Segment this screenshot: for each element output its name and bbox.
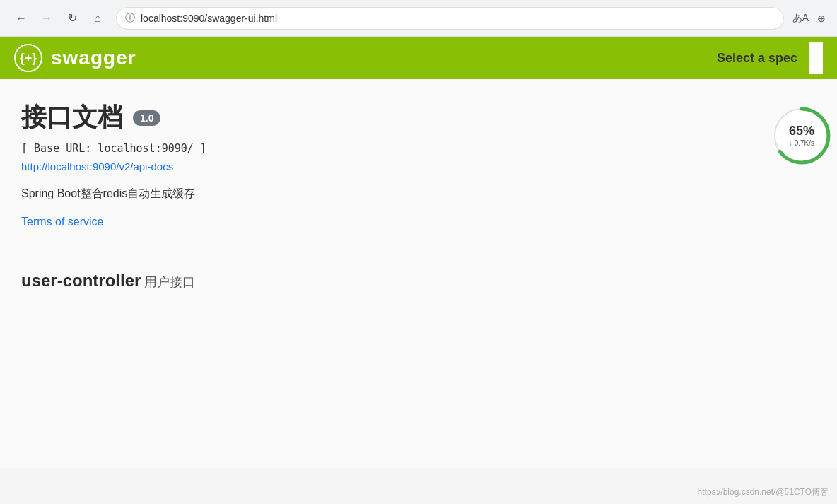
nav-buttons: ← → ↻ ⌂ [11,8,107,28]
select-spec-label[interactable]: Select a spec [706,45,809,71]
api-description: Spring Boot整合redis自动生成缓存 [21,187,657,201]
controller-subtitle: 用户接口 [144,275,195,289]
controller-name: user-controller [21,271,141,290]
controller-divider [21,298,816,298]
main-content: 65% ↓ 0.7K/s 接口文档 1.0 [ Base URL: localh… [0,79,837,468]
spec-input-box[interactable] [809,42,823,74]
progress-circle: 65% ↓ 0.7K/s [770,104,833,168]
controller-title-row: user-controller 用户接口 [21,271,816,291]
swagger-logo: {+} swagger [14,44,136,72]
terms-of-service-link[interactable]: Terms of service [21,216,103,228]
add-tab-icon: ⊕ [817,13,826,24]
reload-button[interactable]: ↻ [62,8,82,28]
api-title-row: 接口文档 1.0 [21,100,657,135]
address-bar[interactable]: ⓘ localhost:9090/swagger-ui.html [116,7,784,30]
font-size-icon: あA [792,12,809,25]
api-docs-link[interactable]: http://localhost:9090/v2/api-docs [21,160,657,172]
controller-section: user-controller 用户接口 [21,271,816,298]
progress-widget: 65% ↓ 0.7K/s [766,100,837,171]
info-icon: ⓘ [125,12,135,25]
swagger-header: {+} swagger Select a spec [0,37,837,79]
browser-tools: あA ⊕ [792,12,826,25]
browser-chrome: ← → ↻ ⌂ ⓘ localhost:9090/swagger-ui.html… [0,0,837,37]
api-title: 接口文档 [21,100,123,135]
home-button[interactable]: ⌂ [88,8,107,28]
api-info: 接口文档 1.0 [ Base URL: localhost:9090/ ] h… [21,100,657,228]
progress-arrow-icon: ↓ [789,139,792,147]
forward-button[interactable]: → [37,8,57,28]
swagger-title: swagger [51,47,136,69]
progress-center: 65% ↓ 0.7K/s [789,124,814,148]
header-right: Select a spec [706,42,823,74]
progress-percent: 65% [789,124,814,139]
url-text: localhost:9090/swagger-ui.html [141,13,277,24]
version-badge: 1.0 [133,110,160,126]
progress-speed: ↓ 0.7K/s [789,139,814,148]
base-url: [ Base URL: localhost:9090/ ] [21,142,657,155]
back-button[interactable]: ← [11,8,31,28]
swagger-icon: {+} [14,44,42,72]
